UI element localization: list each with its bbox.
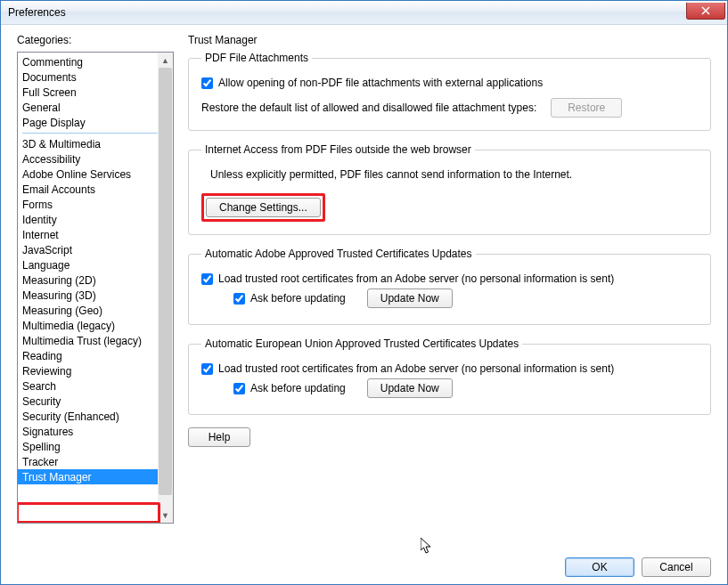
settings-pane: Trust Manager PDF File Attachments Allow… xyxy=(179,34,727,548)
category-item[interactable]: Internet xyxy=(18,227,173,242)
group-legend: Automatic European Union Approved Truste… xyxy=(201,337,522,350)
titlebar: Preferences xyxy=(1,1,727,25)
category-item[interactable]: Search xyxy=(18,378,173,394)
category-item[interactable]: Spelling xyxy=(18,439,173,454)
category-item[interactable]: Multimedia Trust (legacy) xyxy=(18,333,173,348)
category-item[interactable]: Commenting xyxy=(18,54,173,69)
category-item[interactable]: Language xyxy=(18,257,173,272)
category-item[interactable]: Trust Manager xyxy=(18,469,173,484)
group-legend: PDF File Attachments xyxy=(201,52,312,64)
allow-non-pdf-label: Allow opening of non-PDF file attachment… xyxy=(218,77,543,89)
categories-label: Categories: xyxy=(17,34,174,46)
group-eu-certificates: Automatic European Union Approved Truste… xyxy=(188,337,711,415)
ok-button[interactable]: OK xyxy=(565,557,634,577)
highlight-change-settings: Change Settings... xyxy=(201,193,325,222)
eu-load-root-checkbox[interactable] xyxy=(201,363,213,375)
category-item[interactable]: Measuring (2D) xyxy=(18,272,173,288)
group-adobe-certificates: Automatic Adobe Approved Trusted Certifi… xyxy=(188,248,711,325)
allow-non-pdf-checkbox[interactable] xyxy=(201,77,213,89)
adobe-load-root-checkbox[interactable] xyxy=(201,273,213,285)
categories-scrollbar[interactable]: ▲ ▼ xyxy=(158,53,173,523)
categories-listbox[interactable]: CommentingDocumentsFull ScreenGeneralPag… xyxy=(17,52,174,524)
change-settings-button[interactable]: Change Settings... xyxy=(206,198,321,217)
group-pdf-attachments: PDF File Attachments Allow opening of no… xyxy=(188,52,711,131)
category-item[interactable]: Adobe Online Services xyxy=(18,167,173,182)
adobe-ask-label: Ask before updating xyxy=(250,292,346,305)
window-title: Preferences xyxy=(8,6,66,19)
category-item[interactable]: Signatures xyxy=(18,424,173,439)
scrollbar-thumb[interactable] xyxy=(159,68,172,495)
category-item[interactable]: Email Accounts xyxy=(18,182,173,197)
category-item[interactable]: Page Display xyxy=(18,115,173,130)
category-item[interactable]: Measuring (Geo) xyxy=(18,303,173,318)
category-item[interactable]: Accessibility xyxy=(18,151,173,167)
scroll-down-arrow-icon[interactable]: ▼ xyxy=(158,508,173,523)
eu-ask-label: Ask before updating xyxy=(250,382,346,394)
panel-title: Trust Manager xyxy=(188,34,711,46)
category-item[interactable]: Documents xyxy=(18,69,173,85)
dialog-footer: OK Cancel xyxy=(1,548,727,585)
group-legend: Internet Access from PDF Files outside t… xyxy=(201,143,475,156)
category-item[interactable]: Security xyxy=(18,394,173,409)
help-button[interactable]: Help xyxy=(188,427,250,447)
window-close-button[interactable] xyxy=(686,3,725,20)
category-item[interactable]: Security (Enhanced) xyxy=(18,409,173,424)
adobe-ask-checkbox[interactable] xyxy=(233,293,245,305)
adobe-load-root-label: Load trusted root certificates from an A… xyxy=(218,272,614,285)
categories-pane: Categories: CommentingDocumentsFull Scre… xyxy=(1,34,179,548)
restore-text: Restore the default list of allowed and … xyxy=(201,102,536,114)
category-item[interactable]: Reviewing xyxy=(18,363,173,378)
category-item[interactable]: Reading xyxy=(18,348,173,363)
category-item[interactable]: Multimedia (legacy) xyxy=(18,318,173,333)
close-icon xyxy=(701,6,710,15)
eu-ask-checkbox[interactable] xyxy=(233,383,245,394)
category-item[interactable]: Measuring (3D) xyxy=(18,288,173,303)
scroll-up-arrow-icon[interactable]: ▲ xyxy=(158,53,173,68)
category-item[interactable]: General xyxy=(18,100,173,115)
category-item[interactable]: Tracker xyxy=(18,454,173,469)
eu-load-root-label: Load trusted root certificates from an A… xyxy=(218,362,614,375)
category-item[interactable]: Full Screen xyxy=(18,85,173,100)
group-legend: Automatic Adobe Approved Trusted Certifi… xyxy=(201,248,476,260)
category-item[interactable]: Forms xyxy=(18,197,173,212)
restore-button[interactable]: Restore xyxy=(551,98,622,118)
internet-desc: Unless explicitly permitted, PDF files c… xyxy=(210,168,698,181)
eu-update-now-button[interactable]: Update Now xyxy=(367,378,453,398)
category-item[interactable]: Identity xyxy=(18,212,173,227)
adobe-update-now-button[interactable]: Update Now xyxy=(367,288,453,308)
group-internet-access: Internet Access from PDF Files outside t… xyxy=(188,143,711,235)
cancel-button[interactable]: Cancel xyxy=(642,557,711,577)
category-item[interactable]: 3D & Multimedia xyxy=(18,136,173,151)
category-separator xyxy=(22,133,168,134)
highlight-trust-manager xyxy=(17,502,160,524)
category-item[interactable]: JavaScript xyxy=(18,242,173,257)
